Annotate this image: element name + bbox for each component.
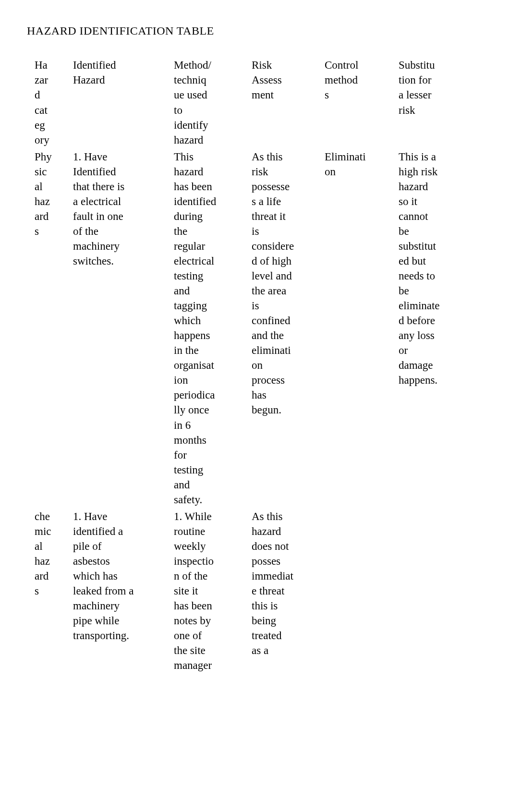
header-method: Method/ techniq ue used to identify haza… [174, 58, 240, 147]
table-header-row: Ha zar d cat eg ory Identified Hazard Me… [35, 58, 479, 147]
cell-control-methods: Eliminati on [325, 149, 387, 179]
cell-method: 1. While routine weekly inspectio n of t… [174, 509, 240, 673]
header-category: Ha zar d cat eg ory [35, 58, 61, 147]
hazard-table: Ha zar d cat eg ory Identified Hazard Me… [27, 58, 483, 673]
page-title: HAZARD IDENTIFICATION TABLE [27, 23, 483, 38]
table-row: che mic al haz ard s 1. Have identified … [35, 509, 479, 673]
cell-identified-hazard: 1. Have Identified that there is a elect… [73, 149, 162, 268]
cell-risk-assessment: As this risk possesse s a life threat it… [252, 149, 313, 418]
cell-category: che mic al haz ard s [35, 509, 61, 598]
cell-category: Phy sic al haz ard s [35, 149, 61, 239]
header-control-methods: Control method s [325, 58, 387, 102]
cell-method: This hazard has been identified during t… [174, 149, 240, 507]
table-row: Phy sic al haz ard s 1. Have Identified … [35, 149, 479, 507]
header-substitution: Substitu tion for a lesser risk [399, 58, 453, 117]
cell-risk-assessment: As this hazard does not posses immediat … [252, 509, 313, 658]
header-risk-assessment: Risk Assess ment [252, 58, 313, 102]
header-identified-hazard: Identified Hazard [73, 58, 162, 87]
cell-substitution: This is a high risk hazard so it cannot … [399, 149, 453, 388]
cell-identified-hazard: 1. Have identified a pile of asbestos wh… [73, 509, 162, 643]
